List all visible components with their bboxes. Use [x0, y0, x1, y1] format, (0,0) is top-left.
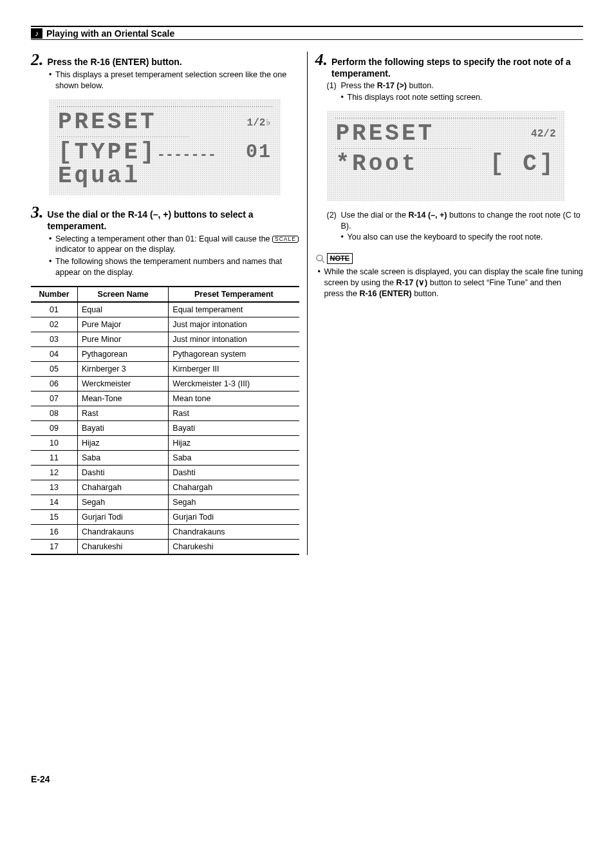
lcd-screenshot-1: PRESET 1/2♭ [TYPE]------- 01 Equal: [49, 99, 281, 195]
lcd1-bottom: Equal: [58, 164, 140, 189]
note-block: NOTE While the scale screen is displayed…: [315, 253, 584, 299]
substep-2: (2) Use the dial or the R-14 (–, +) butt…: [327, 210, 584, 243]
section-title: Playing with an Oriental Scale: [46, 28, 174, 39]
magnifier-icon: [315, 254, 326, 264]
lcd1-mid-left: [TYPE]-------: [58, 140, 216, 165]
table-row: 04PythagoreanPythagorean system: [31, 347, 299, 362]
substep-1: (1) Press the R-17 (>) button. This disp…: [327, 80, 584, 103]
table-row: 05Kirnberger 3Kirnberger III: [31, 362, 299, 377]
table-row: 11SabaSaba: [31, 451, 299, 466]
step3-bullet1: Selecting a temperament other than 01: E…: [49, 234, 299, 256]
table-row: 10HijazHijaz: [31, 436, 299, 451]
step-number: 2.: [31, 52, 44, 68]
col-number: Number: [31, 287, 78, 302]
lcd2-mid-left: *Root: [336, 152, 418, 176]
step-3: 3. Use the dial or the R-14 (–, +) butto…: [31, 204, 299, 278]
table-row: 01EqualEqual temperament: [31, 302, 299, 317]
step-4: 4. Perform the following steps to specif…: [315, 52, 584, 103]
table-row: 03Pure MinorJust minor intonation: [31, 332, 299, 347]
table-row: 07Mean-ToneMean tone: [31, 392, 299, 406]
left-column: 2. Press the R-16 (ENTER) button. This d…: [31, 52, 308, 555]
lcd-screenshot-2: PRESET 42/2 *Root [ C]: [327, 111, 565, 201]
table-row: 14SegahSegah: [31, 495, 299, 510]
lcd1-mid-right: 01: [246, 141, 272, 163]
ss2-bullet: You also can use the keyboard to specify…: [341, 232, 584, 243]
lcd2-mid-right: [ C]: [490, 152, 555, 176]
table-row: 06WerckmeisterWerckmeister 1-3 (III): [31, 377, 299, 392]
section-header: ♪ Playing with an Oriental Scale: [31, 26, 583, 40]
lcd2-top-left: PRESET: [336, 122, 435, 146]
step3-bullet2: The following shows the temperament numb…: [49, 256, 299, 278]
table-row: 16ChandrakaunsChandrakauns: [31, 525, 299, 540]
svg-line-1: [322, 260, 324, 263]
music-note-icon: ♪: [31, 28, 42, 39]
step-number: 4.: [315, 52, 328, 68]
lcd1-top-left: PRESET: [58, 110, 157, 135]
lcd1-top-right: 1/2♭: [247, 116, 272, 129]
svg-point-0: [317, 255, 322, 261]
step-title: Use the dial or the R-14 (–, +) buttons …: [48, 209, 299, 232]
note-text: While the scale screen is displayed, you…: [318, 267, 584, 299]
step-title: Press the R-16 (ENTER) button.: [48, 56, 182, 68]
table-row: 09BayatiBayati: [31, 421, 299, 436]
temperament-table: Number Screen Name Preset Temperament 01…: [31, 286, 299, 555]
right-column: 4. Perform the following steps to specif…: [308, 52, 584, 555]
table-row: 02Pure MajorJust major intonation: [31, 317, 299, 332]
table-row: 12DashtiDashti: [31, 466, 299, 480]
ss1-bullet: This displays root note setting screen.: [341, 92, 584, 103]
table-row: 08RastRast: [31, 406, 299, 421]
table-row: 13ChahargahChahargah: [31, 480, 299, 495]
step-number: 3.: [31, 204, 44, 221]
scale-indicator-icon: SCALE: [272, 236, 299, 243]
step-2: 2. Press the R-16 (ENTER) button. This d…: [31, 52, 299, 91]
page-number: E-24: [31, 774, 583, 784]
lcd2-top-right: 42/2: [531, 128, 555, 140]
arrow-right-icon: >: [400, 81, 404, 90]
col-screen-name: Screen Name: [78, 287, 169, 302]
step2-bullet: This displays a preset temperament selec…: [49, 70, 299, 91]
table-row: 15Gurjari TodiGurjari Todi: [31, 510, 299, 525]
note-label: NOTE: [327, 253, 353, 264]
step-title: Perform the following steps to specify t…: [331, 56, 583, 79]
table-row: 17CharukeshiCharukeshi: [31, 540, 299, 555]
arrow-down-icon: ∨: [418, 278, 425, 287]
col-preset: Preset Temperament: [169, 287, 299, 302]
